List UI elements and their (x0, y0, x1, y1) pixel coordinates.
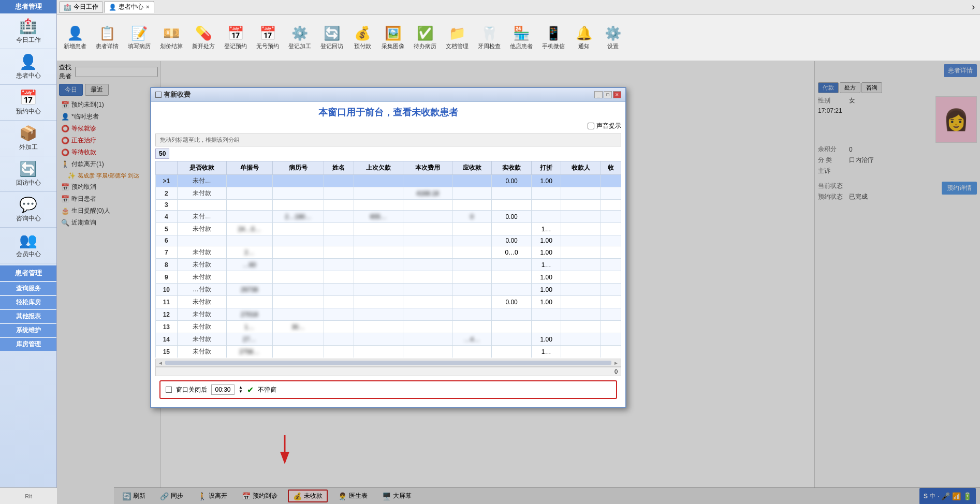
table-row[interactable]: 12未付款27018 (156, 308, 621, 321)
scroll-left-btn[interactable]: ◄ (158, 360, 163, 366)
table-cell (354, 271, 403, 284)
table-cell (272, 284, 324, 296)
table-cell (177, 200, 226, 211)
time-spinner[interactable]: ▲ ▼ (239, 386, 243, 394)
table-cell (561, 271, 601, 284)
table-cell (403, 246, 452, 259)
toolbar-patient-detail[interactable]: 📋 患者详情 (92, 23, 122, 53)
table-row[interactable]: 60.001.00 (156, 235, 621, 246)
toolbar-book-appt[interactable]: 📅 登记预约 (221, 23, 251, 53)
toolbar-fill-record[interactable]: 📝 填写病历 (124, 23, 154, 53)
checkout-label: 划价结算 (160, 42, 183, 50)
table-cell (601, 200, 621, 211)
table-cell (452, 308, 491, 321)
sidebar-group-sys[interactable]: 系统维护 (0, 324, 56, 337)
table-row[interactable]: 11未付款0.001.00 (156, 296, 621, 308)
table-cell (272, 246, 324, 259)
table-row[interactable]: 9未付款1.00 (156, 271, 621, 284)
sidebar-group-query[interactable]: 查询服务 (0, 282, 56, 295)
toolbar-collect-image[interactable]: 🖼️ 采集图像 (378, 23, 408, 53)
modal-close-btn[interactable]: ✕ (613, 91, 621, 98)
table-row[interactable]: 3 (156, 200, 621, 211)
table-cell: 0 (452, 211, 491, 223)
table-scroll[interactable]: 是否收款 单据号 病历号 姓名 上次欠款 本次费用 应收款 实收款 打折 (155, 161, 621, 358)
sidebar-label-patient-center: 患者中心 (16, 71, 41, 80)
table-row[interactable]: 5未付款24…0…1… (156, 223, 621, 235)
table-cell (561, 284, 601, 296)
table-row[interactable]: 8未付款…601… (156, 259, 621, 271)
sidebar-item-consult[interactable]: 💬 咨询中心 (0, 192, 56, 228)
toolbar-no-appt[interactable]: 📅 无号预约 (253, 23, 283, 53)
sidebar-item-external[interactable]: 📦 外加工 (0, 121, 56, 156)
toolbar-settings[interactable]: ⚙️ 设置 (599, 23, 626, 53)
table-cell (403, 296, 452, 308)
table-row[interactable]: 15未付款2758…1… (156, 346, 621, 358)
tab-scroll-right[interactable]: › (969, 2, 978, 12)
toolbar-other-store[interactable]: 🏪 他店患者 (506, 23, 536, 53)
table-container[interactable]: 是否收款 单据号 病历号 姓名 上次欠款 本次费用 应收款 实收款 打折 (155, 161, 621, 358)
spin-down[interactable]: ▼ (239, 390, 243, 394)
status-text: Rit (25, 493, 32, 499)
table-cell (354, 346, 403, 358)
modal-minimize-btn[interactable]: _ (594, 91, 603, 98)
footer-checkbox[interactable] (166, 387, 172, 393)
toolbar-dental-check[interactable]: 🦷 牙周检查 (474, 23, 504, 53)
table-row[interactable]: 10…付款267381.00 (156, 284, 621, 296)
table-row[interactable]: 2未付款4168.18 (156, 187, 621, 200)
modal-overlay[interactable]: 有新收费 _ □ ✕ 本窗口用于前台，查看未收款患者 声音提示 (57, 61, 980, 504)
phone-wechat-label: 手机微信 (542, 42, 565, 50)
scroll-thumb[interactable] (165, 361, 611, 365)
sidebar-item-patient-center[interactable]: 👤 患者中心 (0, 49, 56, 85)
toolbar-reg-process[interactable]: ⚙️ 登记加工 (285, 23, 315, 53)
table-cell: 1… (531, 223, 561, 235)
green-check-icon[interactable]: ✔ (247, 385, 254, 395)
toolbar-add-patient[interactable]: 👤 新增患者 (60, 23, 90, 53)
table-row[interactable]: 13未付款1…30… (156, 321, 621, 333)
h-scrollbar[interactable]: ◄ ► (155, 359, 621, 367)
sidebar-group-warehouse[interactable]: 轻松库房 (0, 296, 56, 309)
toolbar-phone-wechat[interactable]: 📱 手机微信 (538, 23, 568, 53)
toolbar-checkout[interactable]: 💴 划价结算 (156, 23, 186, 53)
table-cell (601, 223, 621, 235)
toolbar-notify[interactable]: 🔔 通知 (571, 23, 597, 53)
sidebar-group-warehouse-mgmt[interactable]: 库房管理 (0, 338, 56, 351)
table-cell: 0.00 (492, 296, 531, 308)
table-row[interactable]: 14未付款27……4…1.00 (156, 333, 621, 346)
table-cell: 1.00 (531, 235, 561, 246)
toolbar-doc-mgmt[interactable]: 📁 文档管理 (442, 23, 472, 53)
scroll-right-btn[interactable]: ► (613, 360, 619, 366)
table-cell (492, 259, 531, 271)
tab-patient-center[interactable]: 👤 患者中心 ✕ (104, 1, 154, 13)
toolbar-reg-return[interactable]: 🔄 登记回访 (317, 23, 347, 53)
toolbar-wait-record[interactable]: ✅ 待办病历 (410, 23, 440, 53)
table-cell (531, 187, 561, 200)
modal-new-payment: 有新收费 _ □ ✕ 本窗口用于前台，查看未收款患者 声音提示 (150, 87, 626, 408)
sidebar-item-appointment[interactable]: 📅 预约中心 (0, 85, 56, 121)
table-row[interactable]: >1未付…0.001.00 (156, 175, 621, 187)
tab-close-btn[interactable]: ✕ (145, 4, 150, 10)
table-cell: 未付… (177, 175, 226, 187)
sidebar-group-reports[interactable]: 其他报表 (0, 310, 56, 323)
table-row[interactable]: 4未付…2…190…655…00.00 (156, 211, 621, 223)
modal-maximize-btn[interactable]: □ (604, 91, 612, 98)
toolbar-prepay[interactable]: 💰 预付款 (349, 23, 376, 53)
sidebar-item-member[interactable]: 👥 会员中心 (0, 228, 56, 263)
table-cell: 未付款 (177, 308, 226, 321)
sound-checkbox[interactable] (588, 123, 594, 129)
table-cell: 未付款 (177, 187, 226, 200)
table-cell: 未付款 (177, 321, 226, 333)
sidebar-item-today-work[interactable]: 🏥 今日工作 (0, 13, 56, 49)
table-cell (492, 284, 531, 296)
col-name: 姓名 (324, 161, 354, 175)
table-cell: 27018 (226, 308, 272, 321)
toolbar-new-prescription[interactable]: 💊 新开处方 (188, 23, 218, 53)
table-summary-row: 0 (155, 367, 621, 376)
sidebar-group-patient-mgmt[interactable]: 患者管理 (0, 265, 56, 281)
fill-record-label: 填写病历 (128, 42, 151, 50)
tab-today-work[interactable]: 🏥 今日工作 (59, 1, 103, 13)
time-input[interactable] (211, 384, 235, 395)
new-prescription-icon: 💊 (195, 25, 212, 41)
table-row[interactable]: 7未付款2…0…01.00 (156, 246, 621, 259)
add-patient-icon: 👤 (67, 25, 83, 41)
sidebar-item-return-visit[interactable]: 🔄 回访中心 (0, 156, 56, 192)
